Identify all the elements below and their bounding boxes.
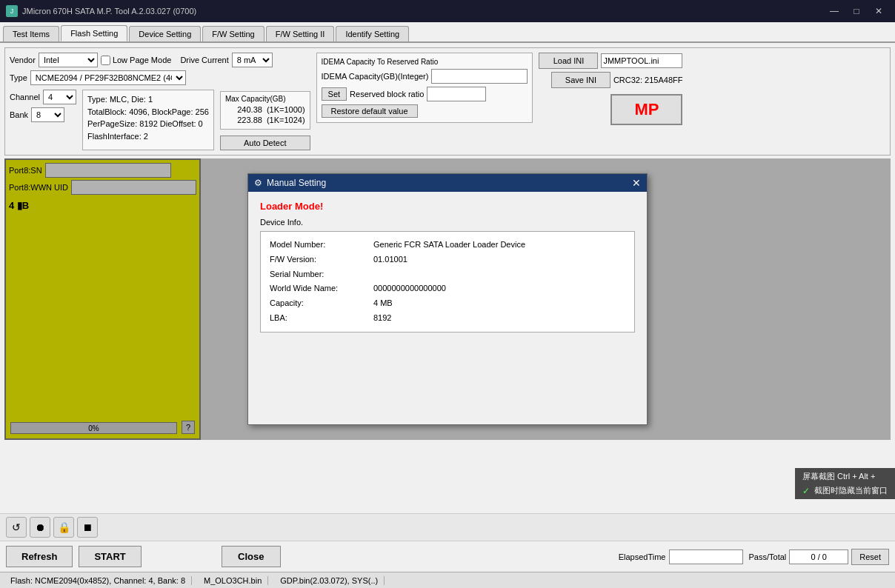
load-ini-button[interactable]: Load INI (539, 53, 598, 69)
device-info-wwn: World Wide Name: 0000000000000000 (270, 281, 625, 296)
stop-icon-btn[interactable]: ⏹ (77, 517, 98, 538)
drive-current-label: Drive Current (180, 56, 228, 64)
modal-overlay: ⚙ Manual Setting ✕ Loader Mode! Device I… (4, 158, 891, 440)
pass-total-label: Pass/Total (749, 552, 787, 561)
modal-title-text: Manual Setting (267, 178, 326, 188)
drive-current-select[interactable]: 8 mA (232, 53, 273, 67)
tab-identify-setting[interactable]: Identify Setting (336, 26, 409, 41)
minimize-button[interactable]: — (824, 4, 845, 19)
channel-bank-col: Channel 4 Bank 8 (10, 90, 76, 150)
auto-detect-button[interactable]: Auto Detect (220, 136, 310, 150)
capacity-val1: 240.38 (225, 105, 262, 114)
content-area: Vendor Intel Low Page Mode Drive Current… (0, 43, 895, 588)
channel-select[interactable]: 4 (43, 90, 76, 104)
capacity-box: Max Capacity(GB) 240.38 (1K=1000) 223.88… (220, 91, 310, 130)
top-panel: Vendor Intel Low Page Mode Drive Current… (4, 47, 891, 156)
type-label: Type (10, 73, 27, 82)
status-bar: Flash: NCME2094(0x4852), Channel: 4, Ban… (0, 572, 895, 588)
low-page-mode-checkbox[interactable] (101, 56, 110, 65)
reset-button[interactable]: Reset (851, 549, 889, 565)
tab-bar: Test Items Flash Setting Device Setting … (0, 22, 895, 43)
tab-flash-setting[interactable]: Flash Setting (61, 25, 127, 41)
type-row: Type NCME2094 / PF29F32B08NCME2 (4CE) (10, 70, 310, 85)
set-button[interactable]: Set (322, 87, 347, 101)
modal-close-button[interactable]: ✕ (632, 177, 641, 189)
icon-row: ↺ ⏺ 🔒 ⏹ (0, 513, 895, 541)
close-button-action[interactable]: Close (222, 546, 281, 567)
mp-button[interactable]: MP (610, 94, 682, 125)
pass-total-row: Pass/Total Reset (749, 549, 890, 565)
status-segment1: Flash: NCME2094(0x4852), Channel: 4, Ban… (4, 576, 192, 585)
elapsed-row: ElapsedTime (619, 549, 743, 564)
capacity-row2: 223.88 (1K=1024) (225, 116, 305, 124)
tab-test-items[interactable]: Test Items (3, 26, 59, 41)
reserved-ratio-label: Reserved block ratio (350, 90, 424, 98)
elapsed-input[interactable] (669, 549, 743, 564)
start-button[interactable]: START (79, 546, 141, 567)
capacity-label2: (1K=1024) (267, 116, 305, 124)
manual-setting-dialog: ⚙ Manual Setting ✕ Loader Mode! Device I… (247, 173, 648, 425)
capacity-row1: 240.38 (1K=1000) (225, 105, 305, 114)
vendor-row: Vendor Intel Low Page Mode Drive Current… (10, 53, 310, 67)
app-icon: J (6, 5, 18, 17)
type-select[interactable]: NCME2094 / PF29F32B08NCME2 (4CE) (30, 70, 186, 85)
screenshot-row2: ✓ 截图时隐藏当前窗口 (802, 485, 888, 496)
low-page-mode-row: Low Page Mode (101, 56, 172, 65)
screenshot-hint: 屏幕截图 Ctrl + Alt + ✓ 截图时隐藏当前窗口 (795, 468, 895, 499)
status-segment2: M_OLO3CH.bin (198, 576, 268, 585)
screenshot-label2: 截图时隐藏当前窗口 (814, 485, 888, 496)
max-capacity-title: Max Capacity(GB) (225, 95, 305, 103)
bank-select[interactable]: 8 (31, 107, 64, 122)
device-info-lba: LBA: 8192 (270, 311, 625, 326)
action-row: Refresh START Close ElapsedTime Pass/Tot… (0, 541, 895, 572)
modal-body: Loader Mode! Device Info. Model Number: … (248, 192, 647, 424)
tab-device-setting[interactable]: Device Setting (129, 26, 201, 41)
flash-info-line4: FlashInterface: 2 (87, 130, 209, 143)
device-info-fw: F/W Version: 01.01001 (270, 253, 625, 267)
ini-file-input[interactable] (601, 53, 682, 68)
pass-total-input[interactable] (789, 549, 848, 564)
device-info-capacity: Capacity: 4 MB (270, 296, 625, 311)
idema-set-row: Set Reserved block ratio (322, 87, 528, 101)
load-ini-row: Load INI (539, 53, 682, 69)
maximize-button[interactable]: □ (846, 4, 867, 19)
port-area: Port8:SN Port8:WWN UID 4 ▮B 0% ? (4, 158, 891, 440)
record-icon-btn[interactable]: ⏺ (30, 517, 50, 538)
refresh-icon-btn[interactable]: ↺ (6, 517, 27, 538)
modal-title-left: ⚙ Manual Setting (254, 178, 326, 188)
bank-row: Bank 8 (10, 107, 76, 122)
elapsed-label: ElapsedTime (619, 552, 666, 561)
flash-info-line1: Type: MLC, Die: 1 (87, 93, 209, 106)
capacity-val2: 223.88 (225, 116, 262, 124)
crc-value: CRC32: 215A48FF (613, 76, 683, 84)
flash-info-box: Type: MLC, Die: 1 TotalBlock: 4096, Bloc… (82, 90, 214, 150)
vendor-select[interactable]: Intel (39, 53, 98, 67)
flash-info-line3: PerPageSize: 8192 DieOffset: 0 (87, 118, 209, 130)
idema-capacity-input[interactable] (431, 69, 528, 84)
idema-capacity-label: IDEMA Capacity(GB)(Integer) (322, 72, 429, 81)
idema-capacity-row: IDEMA Capacity(GB)(Integer) (322, 69, 528, 84)
modal-icon: ⚙ (254, 178, 262, 188)
device-info-box: Model Number: Generic FCR SATA Loader Lo… (260, 231, 635, 333)
lock-icon-btn[interactable]: 🔒 (53, 517, 74, 538)
channel-label: Channel (10, 93, 40, 101)
vendor-label: Vendor (10, 56, 36, 64)
reserved-ratio-input[interactable] (427, 87, 486, 101)
device-info-serial: Serial Number: (270, 267, 625, 282)
device-info-label: Device Info. (260, 218, 635, 227)
loader-mode-text: Loader Mode! (260, 201, 635, 212)
tab-fw-setting[interactable]: F/W Setting (202, 26, 264, 41)
app-title: JMicron 670H SATA M.P. Tool A.2.03.027 (… (22, 7, 196, 16)
idema-title: IDEMA Capacity To Reserved Ratio (322, 58, 528, 66)
refresh-button[interactable]: Refresh (6, 546, 73, 567)
save-ini-button[interactable]: Save INI (551, 72, 610, 88)
screenshot-row1: 屏幕截图 Ctrl + Alt + (802, 471, 888, 482)
tab-fw-setting-ii[interactable]: F/W Setting II (266, 26, 335, 41)
flash-info-line2: TotalBlock: 4096, BlockPage: 256 (87, 106, 209, 118)
check-icon: ✓ (802, 486, 810, 496)
close-button[interactable]: ✕ (868, 4, 889, 19)
device-info-model: Model Number: Generic FCR SATA Loader Lo… (270, 238, 625, 253)
screenshot-label1: 屏幕截图 Ctrl + Alt + (802, 471, 875, 482)
save-ini-row: Save INI CRC32: 215A48FF (551, 72, 683, 88)
restore-default-button[interactable]: Restore default value (322, 104, 418, 118)
